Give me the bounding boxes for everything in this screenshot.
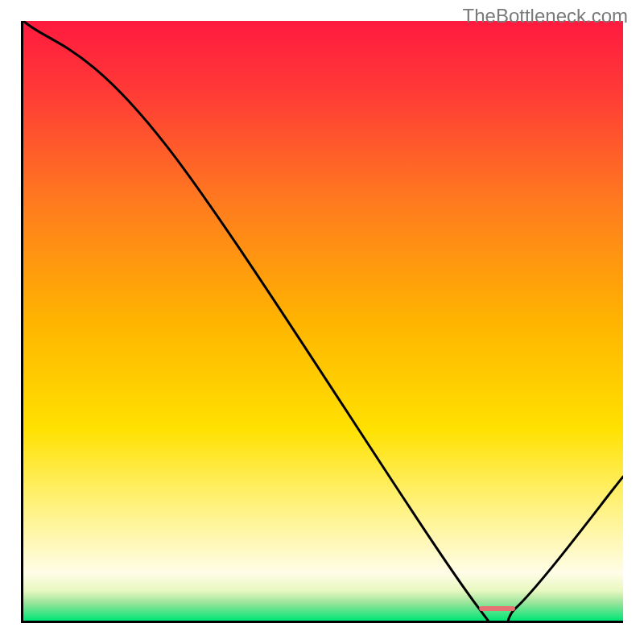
plot-area [21,21,623,623]
chart-svg [21,21,623,623]
chart-stage: TheBottleneck.com [0,0,644,644]
gradient-background [23,21,623,621]
optimal-zone-marker [479,606,515,611]
watermark-text: TheBottleneck.com [463,5,628,27]
